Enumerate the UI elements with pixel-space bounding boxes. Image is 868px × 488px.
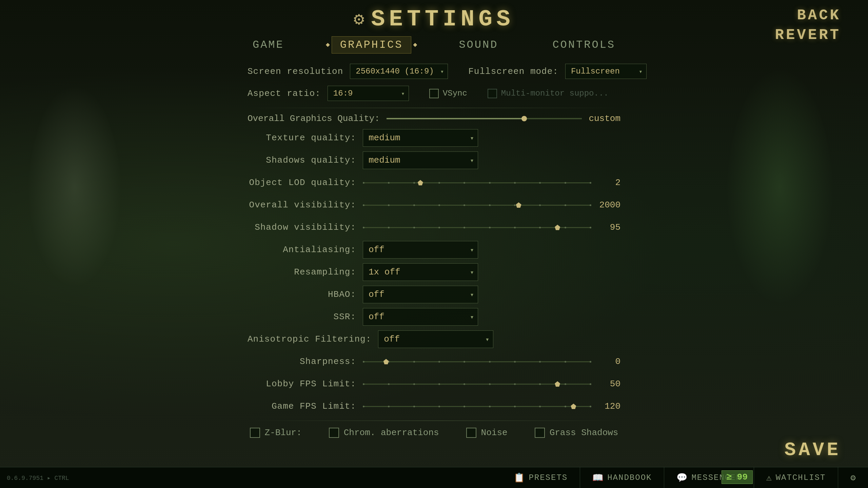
tab-sound[interactable]: SOUND (452, 37, 505, 53)
control-sharpness: 0 (363, 357, 620, 367)
multi-monitor-checkbox[interactable] (488, 89, 497, 98)
label-hbao: HBAO: (248, 289, 356, 300)
control-texture-quality: medium (363, 129, 620, 147)
aspect-dropdown-wrapper: 16:9 (328, 86, 409, 101)
setting-row-resampling: Resampling:1x off (248, 263, 620, 281)
value-lobby-fps: 50 (597, 379, 620, 389)
divider-bottom (248, 421, 620, 421)
slider-thumb-shadow-visibility[interactable] (555, 225, 560, 230)
tab-game[interactable]: GAME (246, 37, 291, 53)
slider-thumb-game-fps[interactable] (571, 404, 576, 409)
chrom-aberrations-item: Chrom. aberrations (329, 428, 439, 438)
messenger-icon: 💬 (676, 472, 687, 483)
handbook-label: HANDBOOK (607, 473, 652, 482)
control-shadow-visibility: 95 (363, 222, 620, 232)
setting-row-game-fps: Game FPS Limit:120 (248, 398, 620, 415)
nav-handbook[interactable]: 📖 HANDBOOK (580, 467, 664, 488)
setting-row-shadow-visibility: Shadow visibility:95 (248, 219, 620, 236)
aspect-vsync-row: Aspect ratio: 16:9 VSync Multi-monitor s… (248, 86, 620, 101)
slider-thumb-lobby-fps[interactable] (555, 381, 560, 387)
dropdown-texture-quality[interactable]: medium (363, 129, 478, 147)
nav-watchlist[interactable]: ⚠ WATCHLIST (754, 467, 838, 488)
control-antialiasing: off (363, 241, 620, 259)
slider-container-sharpness: 0 (363, 357, 620, 367)
settings-panel: Screen resolution 868x488 (16:9) Fulls… (248, 64, 620, 438)
slider-track-object-lod[interactable] (363, 182, 591, 183)
control-lobby-fps: 50 (363, 379, 620, 389)
bottom-bar: 0.6.9.7951 ▸ CTRL ≥ 99 📋 PRESETS 📖 HANDB… (0, 467, 868, 488)
setting-row-overall-visibility: Overall visibility:2000 (248, 196, 620, 214)
gear-icon: ⚙ (354, 8, 364, 30)
slider-track-game-fps[interactable] (363, 406, 591, 407)
main-content: ⚙ SETTINGS GAME GRAPHICS SOUND CONTROLS … (0, 0, 868, 488)
setting-row-sharpness: Sharpness:0 (248, 353, 620, 370)
slider-thumb-overall-visibility[interactable] (516, 202, 521, 208)
dropdown-anisotropic-filtering[interactable]: off (378, 330, 493, 348)
nav-presets[interactable]: 📋 PRESETS (501, 467, 580, 488)
dropdown-wrapper-anisotropic-filtering: off (378, 330, 493, 348)
label-shadows-quality: Shadows quality: (248, 155, 356, 165)
fullscreen-dropdown[interactable]: Fullscreen (565, 64, 647, 79)
setting-row-lobby-fps: Lobby FPS Limit:50 (248, 375, 620, 393)
value-object-lod: 2 (597, 178, 620, 188)
slider-container-object-lod: 2 (363, 178, 620, 188)
slider-track-sharpness[interactable] (363, 361, 591, 362)
settings-header: ⚙ SETTINGS (354, 6, 514, 32)
dropdown-wrapper-texture-quality: medium (363, 129, 478, 147)
dropdown-antialiasing[interactable]: off (363, 241, 478, 259)
setting-row-anisotropic-filtering: Anisotropic Filtering:off (248, 330, 620, 348)
label-game-fps: Game FPS Limit: (248, 401, 356, 411)
slider-container-overall-visibility: 2000 (363, 200, 620, 210)
nav-settings-gear[interactable]: ⚙ (838, 467, 868, 488)
label-ssr: SSR: (248, 312, 356, 322)
multi-monitor-label: Multi-monitor suppo... (501, 89, 609, 98)
resolution-dropdown-wrapper: 868x488 (16:9) (350, 64, 448, 79)
dropdown-wrapper-hbao: off (363, 286, 478, 303)
fullscreen-field: Fullscreen mode: Fullscreen (468, 64, 647, 79)
watchlist-icon: ⚠ (766, 472, 772, 483)
multi-monitor-row: Multi-monitor suppo... (488, 89, 609, 98)
slider-container-shadow-visibility: 95 (363, 222, 620, 232)
grass-shadows-checkbox[interactable] (535, 428, 545, 438)
dropdown-hbao[interactable]: off (363, 286, 478, 303)
fullscreen-dropdown-wrapper: Fullscreen (565, 64, 647, 79)
dropdown-resampling[interactable]: 1x off (363, 263, 478, 281)
grass-shadows-item: Grass Shadows (535, 428, 618, 438)
slider-thumb-object-lod[interactable] (418, 180, 423, 185)
z-blur-checkbox[interactable] (250, 428, 260, 438)
resolution-label: Screen resolution (248, 66, 343, 77)
chrom-aberrations-label: Chrom. aberrations (344, 428, 439, 438)
control-anisotropic-filtering: off (378, 330, 620, 348)
bottom-checkboxes: Z-Blur: Chrom. aberrations Noise Grass S… (248, 428, 620, 438)
resolution-dropdown[interactable]: 868x488 (16:9) (350, 64, 448, 79)
value-sharpness: 0 (597, 357, 620, 367)
slider-container-game-fps: 120 (363, 401, 620, 411)
dropdown-wrapper-ssr: off (363, 308, 478, 326)
divider-top (248, 108, 620, 108)
quality-label: Overall Graphics Quality: (248, 114, 380, 124)
value-game-fps: 120 (597, 401, 620, 411)
settings-gear-icon: ⚙ (850, 472, 856, 483)
slider-track-shadow-visibility[interactable] (363, 227, 591, 228)
dropdown-shadows-quality[interactable]: medium (363, 151, 478, 169)
value-shadow-visibility: 95 (597, 222, 620, 232)
label-antialiasing: Antialiasing: (248, 245, 356, 255)
tab-graphics[interactable]: GRAPHICS (332, 36, 412, 54)
slider-thumb-sharpness[interactable] (383, 359, 389, 364)
tab-controls[interactable]: CONTROLS (546, 37, 622, 53)
quality-slider-row: Overall Graphics Quality: custom (248, 114, 620, 124)
grass-shadows-label: Grass Shadows (550, 428, 618, 438)
dropdown-ssr[interactable]: off (363, 308, 478, 326)
z-blur-label: Z-Blur: (265, 428, 302, 438)
slider-track-overall-visibility[interactable] (363, 205, 591, 206)
slider-track-lobby-fps[interactable] (363, 384, 591, 385)
settings-rows: Texture quality:mediumShadows quality:me… (248, 129, 620, 415)
quality-track (387, 118, 582, 119)
nav-tabs: GAME GRAPHICS SOUND CONTROLS (246, 36, 622, 54)
noise-checkbox[interactable] (466, 428, 476, 438)
aspect-dropdown[interactable]: 16:9 (328, 86, 409, 101)
aspect-field: Aspect ratio: 16:9 (248, 86, 409, 101)
dropdown-wrapper-resampling: 1x off (363, 263, 478, 281)
chrom-aberrations-checkbox[interactable] (329, 428, 339, 438)
vsync-checkbox[interactable] (429, 89, 439, 98)
